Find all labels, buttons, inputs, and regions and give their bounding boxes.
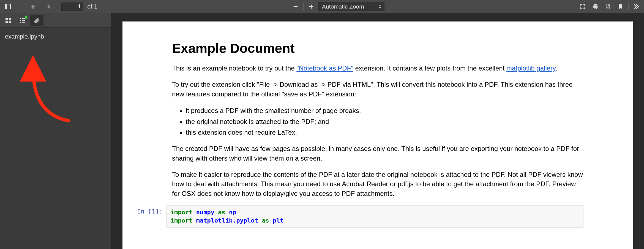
prev-page-button[interactable] — [28, 2, 39, 12]
page-total-label: of 1 — [87, 3, 97, 10]
bookmark-button[interactable] — [615, 2, 626, 12]
zoom-select[interactable]: Automatic Zoom — [318, 2, 384, 11]
tools-menu-button[interactable] — [631, 2, 642, 12]
text-run: . — [555, 64, 557, 72]
code-keyword: as — [262, 217, 269, 224]
zoom-in-button[interactable] — [306, 2, 317, 12]
presentation-mode-button[interactable] — [577, 2, 588, 12]
pdf-page: Example Document This is an example note… — [122, 21, 633, 249]
svg-rect-1 — [5, 4, 7, 9]
paperclip-icon — [34, 17, 40, 24]
text-run: This is an example notebook to try out t… — [172, 64, 296, 72]
arrow-down-icon — [46, 4, 52, 10]
attachments-list: example.ipynb — [0, 28, 111, 46]
toolbar-divider — [41, 3, 41, 10]
list-item: the original notebook is attached to the… — [186, 117, 583, 127]
toolbar-divider — [628, 3, 629, 10]
thumbnails-icon — [5, 17, 12, 24]
print-icon — [592, 4, 598, 10]
toolbar-divider — [303, 3, 304, 10]
code-alias: np — [229, 209, 236, 216]
code-keyword: as — [218, 209, 225, 216]
sidebar-panel: example.ipynb — [0, 13, 111, 249]
pdf-toolbar: of 1 Automatic Zoom — [0, 0, 644, 13]
select-caret-icon — [379, 5, 381, 8]
page-viewer[interactable]: Example Document This is an example note… — [111, 13, 644, 249]
text-run: extension. It contains a few plots from … — [353, 64, 506, 72]
fullscreen-icon — [580, 4, 586, 10]
svg-rect-4 — [311, 4, 312, 9]
list-item: it produces a PDF with the smallest numb… — [186, 105, 583, 116]
arrow-up-icon — [30, 4, 36, 10]
svg-rect-5 — [6, 18, 8, 20]
svg-rect-6 — [9, 18, 11, 20]
svg-rect-12 — [22, 20, 25, 21]
link-notebook-as-pdf[interactable]: "Notebook as PDF" — [296, 64, 353, 72]
paragraph: To try out the extension click "File -> … — [172, 80, 583, 99]
sidebar-toggle-button[interactable] — [2, 2, 13, 12]
code-module: numpy — [196, 209, 214, 216]
svg-rect-8 — [9, 21, 11, 23]
code-keyword: import — [171, 209, 192, 216]
code-keyword: import — [171, 217, 192, 224]
paragraph: This is an example notebook to try out t… — [172, 64, 583, 73]
zoom-out-button[interactable] — [290, 2, 301, 12]
main-area: example.ipynb Example Document This is a… — [0, 13, 644, 249]
code-cell: In [1]: import numpy as np import matplo… — [172, 205, 583, 228]
sidebar-tabs — [0, 13, 111, 28]
outline-tab[interactable] — [16, 15, 29, 26]
svg-point-9 — [20, 18, 21, 19]
sidebar-toggle-icon — [4, 3, 11, 10]
svg-rect-2 — [294, 6, 298, 7]
chevron-double-right-icon — [633, 3, 640, 10]
attachments-tab[interactable] — [30, 15, 43, 26]
download-icon — [605, 4, 611, 10]
minus-icon — [293, 4, 299, 10]
paragraph: To make it easier to reproduce the conte… — [172, 170, 583, 199]
link-matplotlib-gallery[interactable]: matplotlib gallery — [506, 64, 555, 72]
zoom-select-label: Automatic Zoom — [322, 3, 364, 10]
document-title: Example Document — [172, 41, 583, 56]
download-button[interactable] — [602, 2, 613, 12]
paragraph: The created PDF will have as few pages a… — [172, 144, 583, 163]
code-module: matplotlib.pyplot — [196, 217, 258, 224]
svg-point-11 — [20, 20, 21, 21]
attachment-item[interactable]: example.ipynb — [0, 31, 111, 42]
svg-rect-7 — [6, 21, 8, 23]
plus-icon — [308, 4, 314, 10]
annotation-arrow-icon — [19, 52, 80, 129]
page-number-input[interactable] — [61, 2, 83, 11]
print-button[interactable] — [590, 2, 601, 12]
list-item: this extension does not require LaTex. — [186, 127, 583, 137]
code-body: import numpy as np import matplotlib.pyp… — [167, 205, 583, 228]
thumbnails-tab[interactable] — [2, 15, 15, 26]
bookmark-icon — [618, 4, 623, 10]
svg-point-13 — [20, 22, 21, 23]
bullet-list: it produces a PDF with the smallest numb… — [186, 105, 583, 137]
svg-rect-14 — [22, 22, 25, 23]
notification-dot-icon — [25, 16, 28, 19]
next-page-button[interactable] — [43, 2, 54, 12]
code-prompt-label: In [1]: — [136, 205, 167, 228]
code-alias: plt — [273, 217, 284, 224]
